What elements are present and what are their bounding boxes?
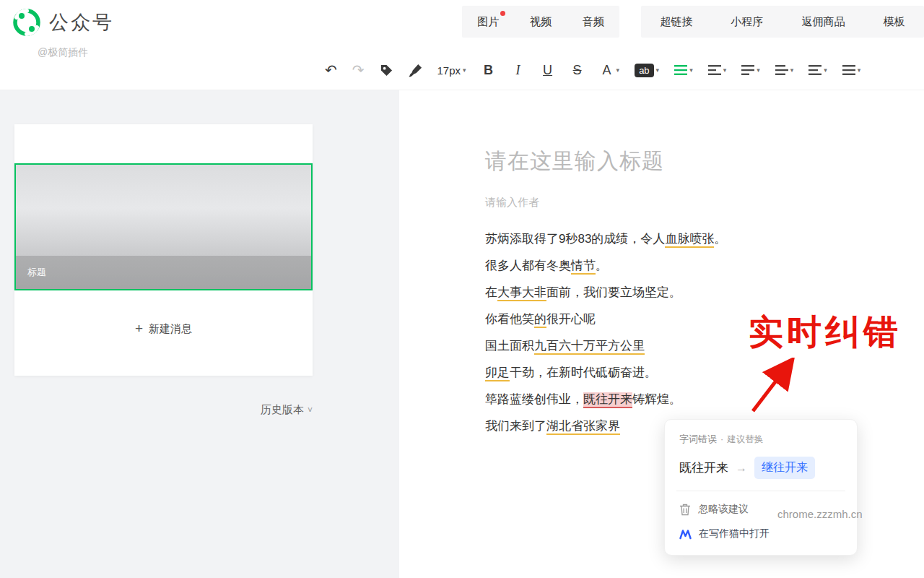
plain-text: 面前，我们要立场坚定。 (546, 285, 681, 299)
chevron-down-icon: ▾ (689, 66, 693, 74)
plain-text: 铸辉煌。 (632, 392, 681, 406)
new-message-button[interactable]: + 新建消息 (14, 321, 313, 337)
nav-media-item-0[interactable]: 图片 (473, 12, 503, 32)
chevron-down-icon: ▾ (790, 66, 794, 74)
text-line: 很多人都有冬奥情节。 (485, 252, 889, 279)
underline-button[interactable]: U (541, 63, 555, 78)
popup-header: 字词错误 · 建议替换 (679, 433, 842, 446)
highlight-color-button[interactable]: ab▾ (635, 64, 659, 77)
font-color-button[interactable]: A ▾ (600, 63, 620, 78)
plain-text: 苏炳添取得了9秒83的成绩，令人 (485, 232, 665, 246)
brand-title: 公众号 (49, 9, 114, 35)
plain-text: 干劲，在新时代砥砺奋进。 (510, 366, 657, 379)
text-line: 卯足干劲，在新时代砥砺奋进。 (485, 359, 889, 386)
nav-item-label: 返佣商品 (802, 15, 845, 27)
open-in-xiezuocat-button[interactable]: 在写作猫中打开 (679, 527, 842, 540)
warn-underlined-text[interactable]: 的 (534, 312, 546, 328)
plain-text: 你看他笑 (485, 312, 534, 326)
nav-tools-item-2[interactable]: 返佣商品 (798, 12, 850, 32)
font-size-select[interactable]: 17px ▾ (437, 64, 466, 77)
arrow-right-icon: → (736, 462, 747, 475)
chevron-down-icon: ▾ (824, 66, 827, 74)
paragraph-spacing-icon (775, 65, 788, 75)
nav-media-group: 图片视频音频 (462, 6, 619, 38)
plain-text: 。 (596, 259, 608, 272)
paragraph-spacing-button[interactable]: ▾ (775, 65, 794, 75)
red-arrow-annotation (744, 358, 805, 420)
chevron-down-icon: ˅ (308, 405, 313, 415)
more-format-button[interactable]: ▾ (842, 65, 861, 75)
chevron-down-icon: ▾ (757, 66, 760, 74)
open-in-xiezuocat-label: 在写作猫中打开 (699, 527, 770, 540)
chevron-down-icon: ▾ (656, 66, 660, 74)
plain-text: 很开心呢 (546, 312, 596, 326)
article-title-input[interactable]: 请在这里输入标题 (485, 147, 924, 176)
thumbnail-title-label: 标题 (27, 266, 46, 279)
undo-button[interactable]: ↶ (325, 63, 337, 77)
format-painter-button[interactable] (409, 64, 422, 77)
line-height-button[interactable]: ▾ (741, 65, 760, 75)
plain-text: 我们来到了 (485, 419, 546, 433)
nav-tools-item-3[interactable]: 模板 (879, 12, 910, 32)
italic-button[interactable]: I (511, 63, 526, 78)
nav-item-label: 超链接 (661, 15, 693, 27)
nav-media-item-1[interactable]: 视频 (526, 12, 556, 32)
text-line: 在大事大非面前，我们要立场坚定。 (485, 279, 889, 306)
suggestion-chip-button[interactable]: 继往开来 (754, 457, 815, 479)
warn-underlined-text[interactable]: 大事大非 (497, 285, 546, 301)
warn-underlined-text[interactable]: 湖北省张家界 (546, 419, 620, 435)
suggestion-row: 既往开来 → 继往开来 (679, 457, 842, 479)
indent-button[interactable]: ▾ (708, 65, 727, 75)
plain-text: 。 (714, 232, 726, 246)
dot-separator: · (720, 434, 723, 444)
nav-tools-item-0[interactable]: 超链接 (656, 12, 697, 32)
strikethrough-button[interactable]: S (570, 63, 585, 78)
tag-icon (380, 64, 393, 77)
nav-item-label: 音频 (583, 15, 604, 27)
align-button[interactable]: ▾ (808, 65, 827, 75)
page-watermark: chrome.zzzmh.cn (777, 508, 863, 520)
warn-underlined-text[interactable]: 情节 (571, 259, 596, 275)
list-style-button[interactable]: ▾ (674, 65, 693, 75)
chevron-down-icon: ▾ (723, 66, 727, 74)
more-format-icon (842, 65, 855, 75)
history-version-link[interactable]: 历史版本 ˅ (261, 403, 313, 417)
indent-icon (708, 65, 721, 75)
brand: 公众号 (12, 7, 114, 38)
green-list-icon (674, 65, 687, 75)
realtime-correction-annotation: 实时纠错 (749, 309, 902, 355)
chevron-down-icon: ▾ (858, 66, 861, 74)
plain-text: 在 (485, 285, 497, 299)
thumbnail-caption-bar: 标题 (16, 256, 311, 289)
message-panel: 标题 + 新建消息 (14, 124, 313, 376)
error-highlighted-text[interactable]: 既往开来 (583, 392, 632, 408)
nav-tools-item-1[interactable]: 小程序 (727, 12, 768, 32)
popup-divider (676, 491, 845, 491)
format-toolbar: ↶ ↷ 17px ▾ B I U S A ▾ ab▾ ▾ ▾ ▾ (325, 52, 924, 88)
plain-text: 很多人都有冬奥 (485, 259, 571, 272)
tag-button[interactable] (380, 64, 393, 77)
action-hint-label: 建议替换 (727, 434, 763, 446)
new-message-label: 新建消息 (149, 322, 192, 336)
plain-text: 国土面积 (485, 339, 534, 353)
nav-tools-group: 超链接小程序返佣商品模板 (641, 6, 924, 38)
warn-underlined-text[interactable]: 九百六十万平方公里 (534, 339, 645, 355)
wechat-official-account-logo-icon (12, 7, 42, 38)
plugin-watermark: @极简插件 (38, 46, 88, 59)
plain-text: 筚路蓝缕创伟业， (485, 392, 583, 406)
warn-underlined-text[interactable]: 卯足 (485, 366, 510, 381)
history-label: 历史版本 (261, 403, 304, 417)
ignore-suggestion-label: 忽略该建议 (698, 503, 749, 516)
top-header: 公众号 @极简插件 图片视频音频 超链接小程序返佣商品模板 ↶ ↷ 17px ▾… (0, 0, 924, 90)
nav-media-item-2[interactable]: 音频 (578, 12, 609, 32)
format-painter-icon (409, 64, 422, 77)
warn-underlined-text[interactable]: 血脉喷张 (665, 232, 714, 248)
nav-item-label: 模板 (884, 15, 905, 27)
message-card-thumbnail[interactable]: 标题 (14, 163, 313, 290)
bold-button[interactable]: B (481, 63, 496, 78)
align-icon (808, 65, 821, 75)
new-badge-dot (500, 11, 505, 16)
redo-button[interactable]: ↷ (352, 63, 365, 77)
line-height-icon (741, 65, 754, 75)
article-author-input[interactable]: 请输入作者 (485, 196, 924, 210)
